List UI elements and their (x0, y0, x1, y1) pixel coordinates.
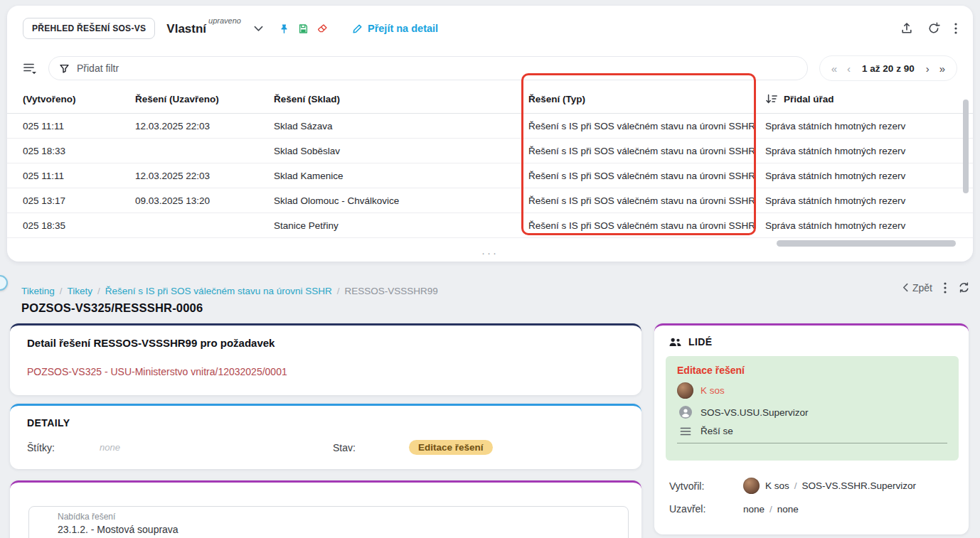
table-header-row: (Vytvořeno) Řešení (Uzavřeno) Řešení (Sk… (7, 85, 973, 114)
detail-actions: Zpět (902, 281, 970, 294)
request-link[interactable]: POZSOS-VS325 - USU-Ministerstvo vnitra/1… (27, 366, 624, 377)
filter-input[interactable]: Přidat filtr (48, 56, 808, 80)
cell-office: Správa státních hmotných rezerv (765, 220, 973, 231)
closed-by-label: Uzavřel: (669, 503, 743, 515)
chevron-left-icon (902, 283, 908, 292)
cell-office: Správa státních hmotných rezerv (765, 195, 973, 206)
pagination-label: 1 až 20 z 90 (856, 63, 920, 74)
horizontal-scrollbar[interactable] (777, 240, 956, 247)
cell-warehouse: Sklad Olomouc - Chválkovice (274, 195, 528, 206)
cell-office: Správa státních hmotných rezerv (765, 121, 973, 131)
offer-field-value: 23.1.2. - Mostová souprava (58, 524, 628, 535)
view-dropdown-chevron-icon[interactable] (254, 26, 263, 32)
view-name[interactable]: Vlastníupraveno (166, 21, 241, 36)
cell-type: Řešení s IS při SOS válečném stavu na úr… (528, 146, 765, 156)
offer-field[interactable]: Nabídka řešení 23.1.2. - Mostová souprav… (28, 506, 629, 538)
tags-label: Štítky: (27, 442, 100, 453)
cell-type: Řešení s IS při SOS válečném stavu na úr… (528, 220, 765, 231)
assignee-row: K sos (677, 382, 947, 399)
people-icon (669, 337, 682, 348)
assignee-avatar[interactable] (677, 382, 693, 399)
vertical-scrollbar[interactable] (963, 99, 969, 193)
assignment-status: Editace řešení (677, 365, 947, 376)
breadcrumb-link-tiketing[interactable]: Tiketing (21, 286, 55, 296)
export-icon[interactable] (900, 22, 913, 35)
assignee-name-link[interactable]: K sos (701, 385, 725, 396)
tags-value: none (100, 442, 333, 453)
breadcrumb-link-tikety[interactable]: Tikety (68, 286, 93, 296)
column-header-type[interactable]: Řešení (Typ) (528, 94, 765, 104)
cell-office: Správa státních hmotných rezerv (765, 146, 973, 156)
kebab-menu-icon[interactable] (954, 23, 957, 34)
first-page-button[interactable]: « (827, 63, 841, 75)
separator: / (794, 480, 797, 491)
pin-view-icon[interactable] (279, 23, 289, 34)
status-badge: Editace řešení (409, 440, 493, 455)
people-card: LIDÉ Editace řešení K sos SOS-VS.USU.Sup… (654, 323, 969, 534)
table-row[interactable]: 025 11:11 12.03.2025 22:03 Sklad Sázava … (7, 114, 973, 139)
cell-office: Správa státních hmotných rezerv (765, 171, 973, 181)
table-row[interactable]: 025 13:17 09.03.2025 13:20 Sklad Olomouc… (7, 188, 973, 213)
details-row: Štítky: none Stav: Editace řešení (27, 440, 624, 455)
refresh-icon[interactable] (927, 22, 940, 35)
reset-view-icon[interactable] (317, 23, 328, 34)
solutions-table: (Vytvořeno) Řešení (Uzavřeno) Řešení (Sk… (7, 85, 973, 238)
summary-title: Detail řešení RESSOS-VSSSHR99 pro požada… (27, 337, 624, 349)
cell-created: 025 11:11 (23, 171, 135, 181)
cell-type: Řešení s IS při SOS válečném stavu na úr… (528, 121, 765, 131)
table-row[interactable]: 025 11:11 12.03.2025 22:03 Sklad Kamenic… (7, 163, 973, 188)
cell-warehouse: Sklad Sázava (274, 121, 528, 131)
table-options-icon[interactable] (23, 63, 37, 75)
pagination: « ‹ 1 až 20 z 90 › » (819, 55, 957, 81)
cell-warehouse: Sklad Kamenice (274, 171, 528, 181)
filter-placeholder: Přidat filtr (77, 63, 119, 74)
table-row[interactable]: 025 18:35 Stanice Petřiny Řešení s IS př… (7, 213, 973, 238)
expand-handle[interactable]: ··· (7, 247, 973, 259)
sync-icon[interactable] (958, 281, 970, 294)
breadcrumb-current: RESSOS-VSSSHR99 (344, 286, 437, 296)
detail-kebab-menu-icon[interactable] (944, 282, 947, 294)
table-row[interactable]: 025 18:33 Sklad Soběslav Řešení s IS při… (7, 139, 973, 163)
cell-created: 025 18:35 (23, 220, 135, 231)
side-panel-toggle[interactable] (0, 275, 8, 291)
person-circle-icon (677, 405, 693, 419)
offer-field-label: Nabídka řešení (58, 512, 628, 522)
column-header-office[interactable]: Přidal úřad (765, 94, 973, 104)
column-header-warehouse[interactable]: Řešení (Sklad) (274, 94, 528, 104)
back-button[interactable]: Zpět (902, 282, 932, 294)
pencil-icon (352, 23, 363, 34)
assignee-role: SOS-VS.USU.Supervizor (701, 407, 809, 418)
cell-closed: 09.03.2025 13:20 (135, 195, 274, 206)
filter-funnel-icon (59, 63, 70, 74)
next-page-button[interactable]: › (922, 63, 934, 75)
separator: / (769, 504, 772, 515)
created-by-name[interactable]: K sos (765, 480, 789, 491)
cell-type: Řešení s IS při SOS válečném stavu na úr… (528, 195, 765, 206)
breadcrumb-link-solution-type[interactable]: Řešení s IS při SOS válečném stavu na úr… (105, 286, 332, 296)
panel-divider (677, 443, 947, 443)
offer-card: Nabídka řešení 23.1.2. - Mostová souprav… (10, 480, 641, 538)
created-by-label: Vytvořil: (669, 480, 743, 492)
prev-page-button[interactable]: ‹ (843, 63, 855, 75)
go-to-detail-label: Přejít na detail (368, 23, 438, 34)
closed-by-role: none (777, 504, 799, 515)
closed-by-name: none (743, 504, 765, 515)
save-view-icon[interactable] (298, 23, 309, 34)
people-card-header: LIDÉ (654, 326, 969, 348)
panel-actions (900, 22, 957, 35)
cell-created: 025 11:11 (23, 121, 135, 131)
cell-closed: 12.03.2025 22:03 (135, 171, 274, 181)
assignee-state: Řeší se (701, 426, 733, 436)
view-scope-label[interactable]: PŘEHLED ŘEŠENÍ SOS-VS (23, 18, 155, 39)
state-label: Stav: (333, 442, 409, 453)
created-by-row: Vytvořil: K sos / SOS-VS.SSHR.Supervizor (654, 478, 969, 494)
last-page-button[interactable]: » (935, 63, 949, 75)
column-header-closed[interactable]: Řešení (Uzavřeno) (135, 94, 274, 104)
column-header-created[interactable]: (Vytvořeno) (23, 94, 135, 104)
view-modified-flag: upraveno (208, 16, 241, 25)
go-to-detail-link[interactable]: Přejít na detail (352, 23, 438, 34)
created-by-avatar[interactable] (743, 478, 760, 494)
breadcrumb: Tiketing / Tikety / Řešení s IS při SOS … (21, 286, 438, 296)
details-title: DETAILY (27, 417, 624, 429)
cell-type: Řešení s IS při SOS válečném stavu na úr… (528, 171, 765, 181)
